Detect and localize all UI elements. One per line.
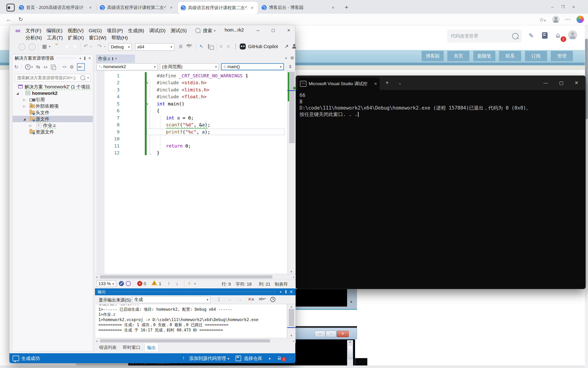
browser-tab[interactable]: 高级语言程序设计课程第二次个人作业× <box>178 2 258 14</box>
solution-explorer-search-input[interactable] <box>17 75 79 81</box>
configuration-dropdown[interactable]: Debug▾ <box>109 43 132 51</box>
browser-tab[interactable]: 首页 - 2025高级语言程序设计 - 博客园× <box>16 2 96 13</box>
console-tab[interactable]: C:\ Microsoft Visual Studio 调试控 ✕ <box>298 78 379 90</box>
copilot-icon[interactable] <box>577 16 584 23</box>
word-wrap-icon[interactable]: ab↵ <box>259 297 266 301</box>
warnings-icon[interactable]: ! <box>151 280 157 285</box>
caret-col-indicator[interactable]: 列: 21 <box>259 281 271 287</box>
status-bell-icon[interactable]: 🕭 <box>277 355 282 361</box>
console-new-tab-icon[interactable]: + <box>386 79 389 86</box>
code-line[interactable]: 2∨#include <stdio.h> <box>95 79 287 86</box>
new-project-dropdown-icon[interactable]: ▾ <box>49 45 50 48</box>
fold-arrow-icon[interactable]: ∨ <box>146 79 149 86</box>
undo-icon[interactable]: ↶ <box>83 43 88 49</box>
tree-item[interactable]: ▷↗外部依赖项 <box>13 103 93 109</box>
code-editor[interactable]: 1#define _CRT_SECURE_NO_WARNINGS 12∨#inc… <box>95 71 287 274</box>
menu-item[interactable]: 帮助(H) <box>110 34 130 42</box>
caret-line-indicator[interactable]: 行: 9 <box>222 281 231 287</box>
collapsed-arrow-icon[interactable]: ▷ <box>23 104 26 108</box>
menu-item[interactable]: 文件(F) <box>24 27 43 35</box>
sync-solution-icon[interactable]: ↻ <box>14 64 18 70</box>
output-position-dropdown-icon[interactable]: ▾ <box>280 290 281 294</box>
menu-item[interactable]: 分析(N) <box>24 34 44 42</box>
search-options-dropdown-icon[interactable]: ▾ <box>87 76 89 79</box>
select-repository-button[interactable]: 选择仓库 <box>244 355 262 362</box>
editor-hscrollbar[interactable]: ◂ ▸ <box>95 275 296 279</box>
code-line[interactable]: 1#define _CRT_SECURE_NO_WARNINGS 1 <box>95 72 287 79</box>
bottom-panel-tab[interactable]: 错误列表 <box>97 344 119 351</box>
vs-close-button[interactable]: × <box>283 26 294 35</box>
solution-explorer-title-bar[interactable]: 解决方案资源管理器 ▾ × <box>12 54 93 62</box>
solution-explorer-search-box[interactable]: ▾ <box>15 74 91 82</box>
navigate-forward-icon[interactable]: › <box>29 44 36 50</box>
window-position-dropdown-icon[interactable]: ▾ <box>79 57 81 60</box>
console-title-bar[interactable]: C:\ Microsoft Visual Studio 调试控 ✕ + ⌄ — … <box>296 76 586 90</box>
site-search-box[interactable] <box>447 29 522 43</box>
preview-selected-items-button[interactable]: ⁘ <box>77 63 85 71</box>
blog-nav-button[interactable]: 首页 <box>447 51 469 61</box>
code-line[interactable]: 9printf("%c", a); <box>95 129 287 135</box>
menu-item[interactable]: 视图(V) <box>66 27 86 35</box>
vs-maximize-button[interactable]: ▢ <box>268 26 278 35</box>
fold-arrow-icon[interactable]: ∨ <box>146 100 149 107</box>
console-tab-close-icon[interactable]: ✕ <box>374 82 377 86</box>
prev-issue-icon[interactable]: ↑ <box>167 281 170 286</box>
properties-wrench-icon[interactable]: ⚙ <box>70 64 74 70</box>
site-avatar[interactable] <box>568 30 577 40</box>
split-editor-icon[interactable]: ⇕ <box>289 64 292 69</box>
code-line[interactable]: 12} <box>95 149 287 156</box>
add-scm-arrow-icon[interactable]: ↑ <box>182 355 185 361</box>
vs-search-button[interactable]: 搜索▾ <box>195 27 216 34</box>
menu-item[interactable]: Git(G) <box>87 27 104 34</box>
add-scm-dropdown-icon[interactable]: ▲ <box>227 357 230 360</box>
output-vscrollbar[interactable]: ▲ ▼ <box>287 304 296 338</box>
tree-item[interactable]: 资源文件 <box>13 129 93 135</box>
indent-icon[interactable]: ≡ <box>227 44 230 49</box>
new-project-icon[interactable]: ▦ <box>42 44 47 49</box>
bottom-panel-tab[interactable]: 输出 <box>145 343 158 352</box>
properties-pages-icon[interactable] <box>51 65 55 69</box>
blog-nav-button[interactable]: 管理 <box>551 51 573 61</box>
menu-item[interactable]: 生成(B) <box>126 27 146 35</box>
new-tab-button[interactable]: + <box>345 4 348 11</box>
blog-nav-button[interactable]: 博客园 <box>421 51 444 61</box>
expanded-arrow-icon[interactable]: ◢ <box>16 92 19 95</box>
jump-to-output-icon[interactable]: ↧ <box>217 297 221 302</box>
browser-tab[interactable]: 博客后台 - 博客园× <box>259 2 339 13</box>
browser-maximize-button[interactable]: ❐ <box>558 3 568 11</box>
resize-grip[interactable]: ⋰ <box>290 357 293 361</box>
tree-item[interactable]: ◢++homework2 <box>13 90 93 96</box>
copy-selection-icon[interactable] <box>208 44 209 49</box>
code-line[interactable]: 3#include <limits.h> <box>95 86 287 93</box>
add-to-source-control-button[interactable]: 添加到源代码管理 <box>189 355 226 362</box>
tree-item[interactable]: ◢源文件 <box>13 116 93 122</box>
collapse-all-icon[interactable]: ∧∧ <box>43 65 47 69</box>
live-share-person-icon[interactable] <box>292 44 297 49</box>
blog-nav-button[interactable]: 新随笔 <box>473 51 495 61</box>
back-icon[interactable]: ← <box>6 16 11 23</box>
navigate-back-icon[interactable]: ‹ <box>19 44 26 50</box>
browser-menu-icon[interactable]: ⋯ <box>565 16 570 23</box>
search-icon[interactable] <box>512 33 518 39</box>
editor-hscrollbar-thumb[interactable] <box>100 275 272 278</box>
collapsed-arrow-icon[interactable]: ▷ <box>29 124 32 127</box>
editor-options-gear-icon[interactable]: ⚙ <box>290 55 294 61</box>
nav-scope-dropdown[interactable]: (全局范围)▾ <box>160 63 219 70</box>
selection-cursor-icon[interactable]: ↖ <box>199 44 203 49</box>
console-minimize-button[interactable]: — <box>540 78 551 88</box>
favorites-bar-icon[interactable]: ☆≡ <box>539 17 546 23</box>
repo-icon[interactable] <box>236 356 241 361</box>
menu-item[interactable]: 测试(S) <box>169 27 188 35</box>
code-line[interactable]: 11return 0; <box>95 142 287 149</box>
browser-tab-close-icon[interactable]: × <box>330 5 336 10</box>
vs-minimize-button[interactable]: – <box>253 26 263 35</box>
pending-changes-filter-icon[interactable] <box>25 64 31 70</box>
code-cleanup-icon[interactable]: ⚡ <box>188 281 191 286</box>
menu-item[interactable]: 调试(D) <box>147 27 167 35</box>
editor-vscrollbar[interactable]: ▲ ▼ <box>287 71 296 274</box>
console-close-button[interactable]: ✕ <box>571 78 582 88</box>
output-hscrollbar-thumb[interactable] <box>100 339 270 342</box>
spell-check-icon[interactable]: abc✓ <box>186 43 192 49</box>
browser-tab[interactable]: 高级语言程序设计课程第二次个人作业× <box>97 2 177 13</box>
column-options-icon[interactable]: ≣ <box>179 44 183 49</box>
